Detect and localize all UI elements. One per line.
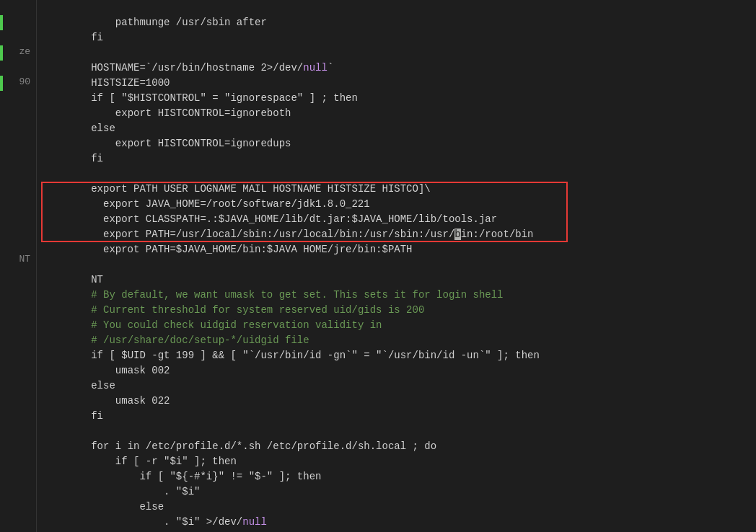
highlighted-section: export JAVA_HOME=/root/software/jdk1.8.0… [43, 182, 756, 242]
code-line: else [43, 106, 756, 121]
code-line: . "$i" >/dev/null [43, 500, 756, 515]
line-num [7, 119, 30, 133]
gutter-item-green [0, 45, 3, 61]
code-line: umask 022 [43, 378, 756, 394]
code-line: HISTSIZE=1000 [43, 61, 756, 76]
line-num [7, 399, 30, 414]
code-line: export HISTCONTROL=ignoredups [43, 121, 756, 136]
line-num [7, 414, 30, 428]
code-line: fi [43, 136, 756, 151]
code-line: if [ "${-#*i}" != "$-" ]; then [43, 454, 756, 469]
code-line: NT [43, 257, 756, 272]
gutter-item-green [0, 76, 3, 91]
line-num [7, 326, 30, 340]
code-line: pathmunge /usr/sbin after [43, 0, 756, 15]
code-line: # Current threshold for system reserved … [43, 288, 756, 303]
line-num [7, 311, 30, 325]
line-num [7, 429, 30, 443]
line-num [7, 148, 30, 163]
line-num [7, 59, 30, 74]
code-line: export PATH=/usr/local/sbin:/usr/local/b… [43, 212, 756, 227]
line-num [7, 443, 30, 458]
line-num [7, 163, 30, 177]
line-num [7, 236, 30, 251]
code-line: for i in /etc/profile.d/*.sh /etc/profil… [43, 424, 756, 439]
code-line: if [ "$HISTCONTROL" = "ignorespace" ] ; … [43, 76, 756, 91]
line-num [7, 370, 30, 384]
code-line: if [ $UID -gt 199 ] && [ "`/usr/bin/id -… [43, 333, 756, 348]
line-num [7, 473, 30, 487]
code-line: umask 002 [43, 348, 756, 363]
line-num: ze [7, 44, 30, 59]
code-line: # By default, we want umask to get set. … [43, 272, 756, 288]
code-line [43, 242, 756, 257]
line-num [7, 104, 30, 118]
code-area[interactable]: pathmunge /usr/sbin after fi HOSTNAME=`/… [37, 0, 756, 532]
code-line [43, 151, 756, 167]
line-num [7, 89, 30, 104]
line-num [7, 14, 30, 29]
lines-wrapper: pathmunge /usr/sbin after fi HOSTNAME=`/… [43, 0, 756, 532]
gutter-item-green [0, 15, 3, 30]
line-num [7, 192, 30, 207]
code-line: HOSTNAME=`/usr/bin/hostname 2>/dev/null` [43, 45, 756, 61]
line-numbers: ze 90 NT [4, 0, 37, 532]
line-num [7, 222, 30, 236]
code-line: export PATH USER LOGNAME MAIL HOSTNAME H… [43, 167, 756, 182]
code-line: # You could check uidgid reservation val… [43, 303, 756, 318]
editor-container: ze 90 NT [0, 0, 756, 532]
line-num [7, 30, 30, 44]
line-num [7, 296, 30, 311]
code-line: else [43, 363, 756, 378]
code-line: if [ -r "$i" ]; then [43, 439, 756, 454]
line-num [7, 488, 30, 502]
line-num [7, 178, 30, 192]
line-num [7, 0, 30, 14]
code-line: # /usr/share/doc/setup-*/uidgid file [43, 318, 756, 333]
line-num [7, 502, 30, 517]
code-line: . "$i" [43, 469, 756, 484]
line-num [7, 518, 30, 532]
line-num: NT [7, 252, 30, 267]
code-line: fi [43, 15, 756, 30]
line-num [7, 267, 30, 281]
line-num [7, 281, 30, 296]
line-num [7, 340, 30, 355]
code-line: export JAVA_HOME=/root/software/jdk1.8.0… [43, 182, 756, 197]
line-num [7, 355, 30, 370]
code-line: export HISTCONTROL=ignoreboth [43, 91, 756, 106]
line-num: 90 [7, 74, 30, 89]
line-num [7, 384, 30, 399]
code-line: fi [43, 515, 756, 530]
code-line [43, 409, 756, 424]
line-num [7, 133, 30, 148]
code-line: exprot PATH=$JAVA_HOME/bin:$JAVA HOME/jr… [43, 227, 756, 242]
code-line: export CLASSPATH=.:$JAVA_HOME/lib/dt.jar… [43, 197, 756, 212]
line-num [7, 207, 30, 221]
code-line [43, 30, 756, 45]
code-line: fi [43, 394, 756, 409]
code-line: else [43, 484, 756, 500]
line-num [7, 458, 30, 473]
